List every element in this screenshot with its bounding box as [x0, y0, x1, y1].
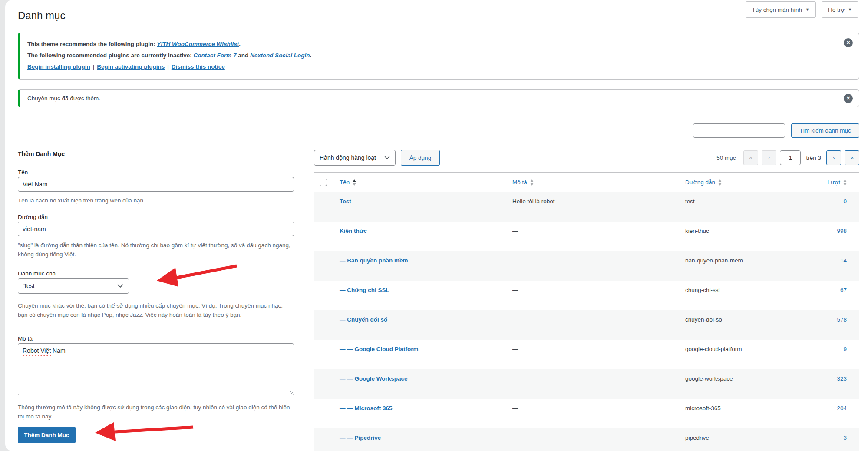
- contact-form-7-link[interactable]: Contact Form 7: [194, 52, 237, 59]
- category-description: —: [507, 399, 680, 411]
- category-added-notice: Chuyên mục đã được thêm. ✕: [18, 89, 859, 107]
- category-name-link[interactable]: — — Pipedrive: [334, 428, 507, 441]
- category-slug: pipedrive: [680, 428, 820, 441]
- category-post-count-link[interactable]: 323: [820, 369, 859, 382]
- search-categories-button[interactable]: Tìm kiếm danh mục: [791, 123, 859, 138]
- category-slug: test: [680, 192, 820, 205]
- select-all-checkbox[interactable]: [320, 179, 327, 186]
- row-checkbox[interactable]: [320, 405, 320, 412]
- row-checkbox-cell: [314, 340, 334, 352]
- header-description-cell: Mô tả: [507, 179, 680, 186]
- add-category-submit-button[interactable]: Thêm Danh Mục: [18, 427, 76, 443]
- category-post-count-link[interactable]: 204: [820, 399, 859, 411]
- category-post-count-link[interactable]: 578: [820, 310, 859, 323]
- description-label: Mô tả: [18, 335, 33, 342]
- category-post-count-link[interactable]: 67: [820, 281, 859, 293]
- parent-category-label: Danh mục cha: [18, 270, 56, 277]
- categories-table: Tên Mô tả Đường dẫn Lượt: [314, 172, 859, 451]
- category-description-textarea[interactable]: Robot Việt Nam: [18, 343, 294, 395]
- category-description: —: [507, 281, 680, 293]
- previous-page-button[interactable]: ‹: [762, 150, 776, 165]
- category-name-link[interactable]: — Bản quyền phần mềm: [334, 251, 507, 264]
- next-page-button[interactable]: ›: [826, 150, 841, 165]
- last-page-button[interactable]: »: [845, 150, 859, 165]
- table-row: — — Microsoft 365—microsoft-365204: [314, 399, 859, 428]
- caret-down-icon: ▼: [848, 7, 852, 12]
- dismiss-notice-icon[interactable]: ✕: [844, 94, 853, 103]
- row-checkbox[interactable]: [320, 434, 320, 441]
- table-row: — Bản quyền phần mềm—ban-quyen-phan-mem1…: [314, 251, 859, 281]
- table-body: TestHello tôi là robottest0Kiến thức—kie…: [314, 192, 859, 451]
- description-help-text: Thông thường mô tả này không được sử dụn…: [18, 403, 294, 421]
- notice-line-1: This theme recommends the following plug…: [27, 41, 838, 47]
- begin-activating-plugins-link[interactable]: Begin activating plugins: [97, 63, 165, 70]
- notice-actions: Begin installing plugin|Begin activating…: [27, 63, 838, 70]
- category-slug: kien-thuc: [680, 222, 820, 234]
- screen-options-button[interactable]: Tùy chọn màn hình ▼: [746, 1, 816, 18]
- row-checkbox[interactable]: [320, 227, 320, 235]
- notice-line2-text: The following recommended plugins are cu…: [27, 52, 194, 59]
- category-post-count-link[interactable]: 9: [820, 340, 859, 352]
- sort-by-slug-link[interactable]: Đường dẫn: [685, 179, 722, 186]
- category-slug: chuyen-doi-so: [680, 310, 820, 323]
- yith-wishlist-link[interactable]: YITH WooCommerce Wishlist: [157, 41, 239, 47]
- textarea-resize-handle[interactable]: [287, 389, 293, 394]
- category-slug: chung-chi-ssl: [680, 281, 820, 293]
- header-slug-cell: Đường dẫn: [680, 179, 820, 186]
- category-post-count-link[interactable]: 3: [820, 428, 859, 441]
- category-name-link[interactable]: — — Google Cloud Platform: [334, 340, 507, 352]
- category-slug: google-workspace: [680, 369, 820, 382]
- table-row: TestHello tôi là robottest0: [314, 192, 859, 222]
- begin-installing-plugin-link[interactable]: Begin installing plugin: [27, 63, 90, 70]
- row-checkbox-cell: [314, 310, 334, 323]
- page-title: Danh mục: [18, 10, 65, 22]
- sort-by-count-link[interactable]: Lượt: [828, 179, 847, 186]
- search-categories-input[interactable]: [693, 123, 785, 138]
- row-checkbox[interactable]: [320, 345, 320, 353]
- category-name-link[interactable]: — — Microsoft 365: [334, 399, 507, 411]
- header-checkbox-cell: [314, 179, 334, 186]
- row-checkbox[interactable]: [320, 286, 320, 294]
- dismiss-this-notice-link[interactable]: Dismiss this notice: [172, 63, 225, 70]
- row-checkbox[interactable]: [320, 198, 320, 205]
- nextend-social-login-link[interactable]: Nextend Social Login: [250, 52, 310, 59]
- category-post-count-link[interactable]: 14: [820, 251, 859, 264]
- dismiss-notice-icon[interactable]: ✕: [844, 38, 853, 47]
- row-checkbox[interactable]: [320, 375, 320, 382]
- current-page-input[interactable]: [780, 150, 801, 165]
- parent-help-text: Chuyên mục khác với thẻ, bạn có thể sử d…: [18, 302, 294, 320]
- category-slug-input[interactable]: [18, 222, 294, 236]
- category-description: —: [507, 428, 680, 441]
- notice-line1-text: This theme recommends the following plug…: [27, 41, 157, 47]
- bulk-actions-select[interactable]: Hành động hàng loạt: [314, 150, 396, 166]
- row-checkbox-cell: [314, 222, 334, 234]
- category-name-link[interactable]: — Chuyển đổi số: [334, 310, 507, 323]
- chevron-down-icon: [117, 284, 123, 288]
- column-slug-label: Đường dẫn: [685, 179, 715, 186]
- row-checkbox[interactable]: [320, 316, 320, 323]
- category-slug: ban-quyen-phan-mem: [680, 251, 820, 264]
- category-name-link[interactable]: Test: [334, 192, 507, 205]
- category-name-input[interactable]: [18, 177, 294, 192]
- help-button[interactable]: Hỗ trợ ▼: [822, 1, 858, 18]
- sort-arrows-icon: [718, 179, 722, 186]
- sort-by-description-link[interactable]: Mô tả: [512, 179, 534, 186]
- row-checkbox-cell: [314, 369, 334, 382]
- total-pages-label: trên 3: [806, 155, 821, 161]
- row-checkbox[interactable]: [320, 257, 320, 264]
- separator: |: [93, 63, 95, 70]
- category-description: —: [507, 251, 680, 264]
- category-post-count-link[interactable]: 998: [820, 222, 859, 234]
- parent-category-select[interactable]: Test: [18, 278, 129, 294]
- category-post-count-link[interactable]: 0: [820, 192, 859, 205]
- help-label: Hỗ trợ: [828, 7, 845, 13]
- first-page-button[interactable]: «: [743, 150, 758, 165]
- category-name-link[interactable]: — — Google Workspace: [334, 369, 507, 382]
- sort-by-name-link[interactable]: Tên: [340, 179, 356, 186]
- category-name-link[interactable]: Kiến thức: [334, 222, 507, 234]
- success-message: Chuyên mục đã được thêm.: [27, 95, 100, 102]
- caret-down-icon: ▼: [805, 7, 809, 12]
- category-name-link[interactable]: — Chứng chỉ SSL: [334, 281, 507, 293]
- row-checkbox-cell: [314, 428, 334, 441]
- apply-bulk-action-button[interactable]: Áp dụng: [401, 150, 440, 166]
